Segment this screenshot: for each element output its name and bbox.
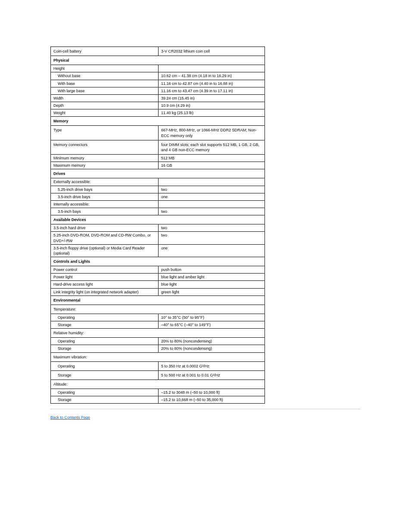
table-row: Maximum memory16 GB: [51, 162, 265, 169]
table-row: Operating5 to 350 Hz at 0.0002 G²/Hz: [51, 361, 265, 370]
spec-label: Storage: [51, 396, 159, 404]
spec-value: [159, 178, 265, 186]
spec-value: blue light and amber light: [159, 274, 265, 281]
spec-label: 3.5-inch drive bays: [51, 193, 159, 200]
table-row: Storage–15.2 to 10,668 m (–50 to 35,000 …: [51, 396, 265, 404]
table-row: With base11.16 cm to 42.87 cm (4.40 in t…: [51, 80, 265, 87]
table-row: Available Devices: [51, 215, 265, 224]
spec-label: Operating: [51, 338, 159, 345]
spec-value: two: [159, 186, 265, 193]
spec-label: Hard-drive access light: [51, 281, 159, 288]
spec-label: Storage: [51, 321, 159, 329]
spec-value: 20% to 80% (noncondensing): [159, 345, 265, 352]
specifications-table: Coin-cell battery3-V CR2032 lithium coin…: [50, 47, 265, 404]
table-row: Storage5 to 500 Hz at 0.001 to 0.01 G²/H…: [51, 370, 265, 380]
table-row: Height: [51, 65, 265, 72]
spec-label: 5.25-inch drive bays: [51, 186, 159, 193]
spec-label: Link integrity light (on integrated netw…: [51, 288, 159, 296]
spec-value: –40° to 65°C (–40° to 149°F): [159, 321, 265, 329]
spec-label: Storage: [51, 345, 159, 352]
back-to-contents-link[interactable]: Back to Contents Page: [50, 415, 90, 420]
table-row: Externally accessible:: [51, 178, 265, 186]
sub-header: Maximum vibration:: [51, 352, 265, 361]
table-row: Storage–40° to 65°C (–40° to 149°F): [51, 321, 265, 329]
spec-value: –15.2 to 10,668 m (–50 to 35,000 ft): [159, 396, 265, 404]
spec-value: 5 to 350 Hz at 0.0002 G²/Hz: [159, 361, 265, 370]
spec-label: Operating: [51, 389, 159, 396]
table-row: Depth10.9 cm (4.29 in): [51, 102, 265, 109]
table-row: Internally accessible:: [51, 200, 265, 208]
spec-value: 11.16 cm to 43.47 cm (4.39 in to 17.11 i…: [159, 87, 265, 94]
table-row: Weight11.40 kg (25.13 lb): [51, 109, 265, 117]
table-row: 3.5-inch baystwo: [51, 208, 265, 215]
table-row: Physical: [51, 56, 265, 65]
spec-label: 3.5-inch hard drive: [51, 224, 159, 232]
table-row: Operating10° to 35°C (50° to 95°F): [51, 314, 265, 321]
section-header: Drives: [51, 169, 265, 178]
spec-value: 20% to 80% (noncondensing): [159, 338, 265, 345]
spec-label: 5.25-inch DVD-ROM, DVD-ROM and CD-RW Com…: [51, 232, 159, 244]
table-row: Environmental: [51, 296, 265, 305]
table-row: Power lightblue light and amber light: [51, 274, 265, 281]
spec-label: Coin-cell battery: [51, 47, 159, 56]
spec-value: one: [159, 244, 265, 257]
table-row: Maximum vibration:: [51, 352, 265, 361]
spec-value: 10° to 35°C (50° to 95°F): [159, 314, 265, 321]
spec-value: push button: [159, 266, 265, 274]
table-row: 3.5-inch drive baysone: [51, 193, 265, 200]
spec-value: blue light: [159, 281, 265, 288]
spec-value: 5 to 500 Hz at 0.001 to 0.01 G²/Hz: [159, 370, 265, 380]
spec-value: 16 GB: [159, 162, 265, 169]
table-row: Memory: [51, 117, 265, 126]
table-row: Temperature:: [51, 305, 265, 314]
table-row: Storage20% to 80% (noncondensing): [51, 345, 265, 352]
spec-label: Power light: [51, 274, 159, 281]
table-row: 3.5-inch hard drivetwo: [51, 224, 265, 232]
spec-value: 39.24 cm (15.45 in): [159, 94, 265, 102]
table-row: Memory connectorsfour DIMM slots; each s…: [51, 140, 265, 154]
section-header: Physical: [51, 56, 265, 65]
spec-value: two: [159, 208, 265, 215]
table-row: Operating–15.2 to 3048 m (–50 to 10,000 …: [51, 389, 265, 396]
spec-value: [159, 200, 265, 208]
table-row: Operating20% to 80% (noncondensing): [51, 338, 265, 345]
table-row: Link integrity light (on integrated netw…: [51, 288, 265, 296]
spec-value: 667-MHz, 800-MHz, or 1066-MHz DDR2 SDRAM…: [159, 126, 265, 140]
spec-value: 10.62 cm – 41.38 cm (4.18 in to 16.29 in…: [159, 72, 265, 80]
spec-label: 3.5-inch floppy drive (optional) or Medi…: [51, 244, 159, 257]
spec-value: four DIMM slots; each slot supports 512 …: [159, 140, 265, 154]
sub-header: Altitude:: [51, 380, 265, 389]
spec-value: 11.40 kg (25.13 lb): [159, 109, 265, 117]
table-row: Type667-MHz, 800-MHz, or 1066-MHz DDR2 S…: [51, 126, 265, 140]
spec-label: Internally accessible:: [51, 200, 159, 208]
spec-label: Operating: [51, 361, 159, 370]
section-header: Available Devices: [51, 215, 265, 224]
table-row: Relative humidity:: [51, 329, 265, 338]
spec-value: two: [159, 224, 265, 232]
sub-header: Relative humidity:: [51, 329, 265, 338]
spec-value: –15.2 to 3048 m (–50 to 10,000 ft): [159, 389, 265, 396]
table-row: Width39.24 cm (15.45 in): [51, 94, 265, 102]
spec-label: Power control: [51, 266, 159, 274]
spec-label: Depth: [51, 102, 159, 109]
table-row: With large base11.16 cm to 43.47 cm (4.3…: [51, 87, 265, 94]
table-row: 5.25-inch drive baystwo: [51, 186, 265, 193]
spec-label: Operating: [51, 314, 159, 321]
spec-label: Width: [51, 94, 159, 102]
table-row: Controls and Lights: [51, 257, 265, 266]
spec-value: 11.16 cm to 42.87 cm (4.40 in to 16.88 i…: [159, 80, 265, 87]
spec-label: Type: [51, 126, 159, 140]
spec-label: With large base: [51, 87, 159, 94]
separator: [50, 409, 361, 409]
table-row: Hard-drive access lightblue light: [51, 281, 265, 288]
section-header: Memory: [51, 117, 265, 126]
spec-value: 10.9 cm (4.29 in): [159, 102, 265, 109]
spec-label: Without base: [51, 72, 159, 80]
sub-header: Temperature:: [51, 305, 265, 314]
table-row: Drives: [51, 169, 265, 178]
spec-value: two: [159, 232, 265, 244]
spec-label: Height: [51, 65, 159, 72]
spec-label: 3.5-inch bays: [51, 208, 159, 215]
section-header: Controls and Lights: [51, 257, 265, 266]
spec-label: Externally accessible:: [51, 178, 159, 186]
